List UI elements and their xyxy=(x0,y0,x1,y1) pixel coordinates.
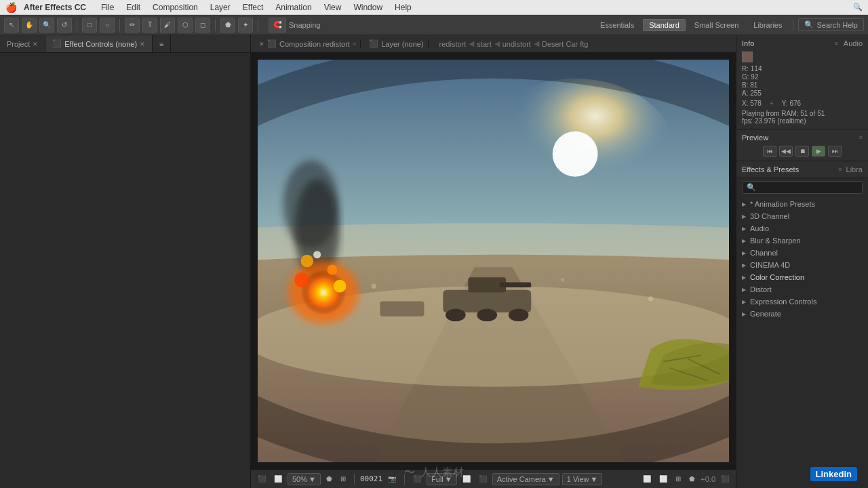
effects-search[interactable]: 🔍 xyxy=(742,181,863,194)
viewer-3d-btn[interactable]: ⬜ xyxy=(460,474,473,484)
menu-window[interactable]: Window xyxy=(348,0,388,15)
arrow-icon: ▶ xyxy=(742,226,746,232)
breadcrumb-undistort[interactable]: undistort xyxy=(502,40,531,48)
tool-pen[interactable]: ✏ xyxy=(125,18,140,33)
preview-first-frame[interactable]: ⏮ xyxy=(763,146,776,157)
libraries-tab[interactable]: Libra xyxy=(846,165,863,174)
workspace-small-screen[interactable]: Small Screen xyxy=(688,19,745,31)
viewer[interactable] xyxy=(251,53,736,469)
menu-edit[interactable]: Edit xyxy=(121,0,146,15)
viewer-color-btn[interactable]: ⬛ xyxy=(410,474,424,484)
menu-file[interactable]: File xyxy=(96,0,119,15)
breadcrumb-start[interactable]: start xyxy=(477,40,491,48)
tool-text[interactable]: T xyxy=(142,18,157,33)
workspace-libraries[interactable]: Libraries xyxy=(747,19,788,31)
arrow-icon: ▶ xyxy=(742,214,746,220)
menu-help[interactable]: Help xyxy=(389,0,417,15)
arrow-icon: ▶ xyxy=(742,262,746,268)
tool-roto[interactable]: ⬟ xyxy=(220,18,235,33)
tool-eraser[interactable]: ◻ xyxy=(195,18,210,33)
viewer-layout-btn1[interactable]: ⬜ xyxy=(640,474,654,484)
viewer-layout-btn3[interactable]: ⊞ xyxy=(673,474,684,484)
breadcrumb-redistort[interactable]: redistort xyxy=(439,40,467,48)
tool-rotate[interactable]: ↺ xyxy=(57,18,72,33)
tool-select[interactable]: ↖ xyxy=(4,18,19,33)
arrow-icon: ▶ xyxy=(742,274,746,281)
tab-layer-none[interactable]: ⬛ Layer (none) xyxy=(365,39,428,48)
audio-tab[interactable]: Audio xyxy=(844,39,863,47)
comp-redistort-label: Composition redistort xyxy=(279,40,350,48)
menu-view[interactable]: View xyxy=(319,0,347,15)
effects-presets-title: Effects & Presets xyxy=(742,165,799,174)
viewer-view-dropdown[interactable]: 1 View ▼ xyxy=(562,473,603,485)
tab-effect-controls-close[interactable]: ✕ xyxy=(140,41,145,47)
menu-animation[interactable]: Animation xyxy=(270,0,317,15)
tool-rect-mask[interactable]: □ xyxy=(82,18,97,33)
viewer-layout-btn4[interactable]: ⬟ xyxy=(686,474,698,484)
effect-distort[interactable]: ▶ Distort xyxy=(736,283,868,296)
tab-project-label: Project xyxy=(7,40,30,48)
effect-audio[interactable]: ▶ Audio xyxy=(736,222,868,235)
effect-label: * Animation Presets xyxy=(750,200,815,208)
viewer-grid-btn[interactable]: ⊞ xyxy=(338,474,349,484)
comp-settings-icon[interactable]: ≡ xyxy=(353,41,356,47)
preview-play[interactable]: ▶ xyxy=(812,146,825,157)
tool-zoom[interactable]: 🔍 xyxy=(39,18,54,33)
sep4 xyxy=(258,19,258,31)
viewer-safe-btn[interactable]: ⬜ xyxy=(271,474,285,484)
preview-controls: ⏮ ◀◀ ⏹ ▶ ⏭ xyxy=(742,146,863,157)
effect-channel[interactable]: ▶ Channel xyxy=(736,247,868,259)
search-help-button[interactable]: 🔍 Search Help xyxy=(798,18,864,31)
viewer-controls: ⬛ ⬜ 50% ▼ ⬟ ⊞ 00021 📷 ⬛ Full ▼ ⬜ ⬛ Activ… xyxy=(251,469,736,488)
viewer-quality-dropdown[interactable]: Full ▼ xyxy=(427,473,457,485)
effects-list: ▶ * Animation Presets ▶ 3D Channel ▶ Aud… xyxy=(736,197,868,488)
viewer-canvas xyxy=(258,60,729,462)
preview-rewind[interactable]: ◀◀ xyxy=(779,146,793,157)
tab-effect-controls[interactable]: ⬛ Effect Controls (none) ✕ xyxy=(45,35,153,52)
comp-layer-label: Layer (none) xyxy=(381,40,423,48)
tab-project[interactable]: Project ✕ xyxy=(0,35,45,52)
tab-composition-redistort[interactable]: ✕ ⬛ Composition redistort ≡ xyxy=(255,39,361,48)
search-help-label: Search Help xyxy=(816,21,858,29)
workspace-standard[interactable]: Standard xyxy=(643,19,686,31)
viewer-layout-btn2[interactable]: ⬜ xyxy=(656,474,670,484)
menu-composition[interactable]: Composition xyxy=(147,0,203,15)
viewer-fit-btn[interactable]: ⬟ xyxy=(323,474,335,484)
effect-3d-channel[interactable]: ▶ 3D Channel xyxy=(736,210,868,222)
apple-menu[interactable]: 🍎 xyxy=(5,2,17,13)
effect-generate[interactable]: ▶ Generate xyxy=(736,308,868,320)
menu-effect[interactable]: Effect xyxy=(237,0,269,15)
preview-last-frame[interactable]: ⏭ xyxy=(828,146,842,157)
preview-stop[interactable]: ⏹ xyxy=(795,146,809,157)
breadcrumb-desert-car[interactable]: Desert Car ftg xyxy=(542,40,588,48)
tool-stamp[interactable]: ⬡ xyxy=(178,18,193,33)
viewer-timecode: 00021 xyxy=(360,474,382,483)
tab-left-menu[interactable]: ≡ xyxy=(153,35,171,52)
close-icon[interactable]: ✕ xyxy=(259,41,264,47)
effect-expression-controls[interactable]: ▶ Expression Controls xyxy=(736,296,868,308)
tool-puppet[interactable]: ✦ xyxy=(238,18,253,33)
viewer-options-btn[interactable]: ⬛ xyxy=(718,474,732,484)
info-tab[interactable]: Info xyxy=(742,39,754,47)
effect-color-correction[interactable]: ▶ Color Correction xyxy=(736,271,868,283)
snapping-toggle[interactable]: 🧲 xyxy=(269,18,286,33)
viewer-zoom-dropdown[interactable]: 50% ▼ xyxy=(288,473,321,485)
tool-brush[interactable]: 🖌 xyxy=(160,18,175,33)
effects-search-input[interactable] xyxy=(759,184,858,192)
menu-layer[interactable]: Layer xyxy=(205,0,236,15)
effect-animation-presets[interactable]: ▶ * Animation Presets xyxy=(736,198,868,210)
tool-hand[interactable]: ✋ xyxy=(22,18,37,33)
effect-cinema4d[interactable]: ▶ CINEMA 4D xyxy=(736,259,868,271)
effect-blur-sharpen[interactable]: ▶ Blur & Sharpen xyxy=(736,235,868,247)
viewer-alpha-btn[interactable]: ⬛ xyxy=(476,474,490,484)
viewer-camera-icon[interactable]: 📷 xyxy=(385,474,399,484)
arrow-icon: ▶ xyxy=(742,238,746,244)
viewer-quality-label: Full xyxy=(431,475,443,483)
arrow-icon: ▶ xyxy=(742,311,746,317)
tool-ellipse-mask[interactable]: ○ xyxy=(100,18,115,33)
viewer-region-btn[interactable]: ⬛ xyxy=(255,474,269,484)
svg-point-10 xyxy=(509,309,529,322)
tab-project-close[interactable]: ✕ xyxy=(33,41,38,47)
workspace-essentials[interactable]: Essentials xyxy=(594,19,640,31)
viewer-camera-dropdown[interactable]: Active Camera ▼ xyxy=(492,473,559,485)
